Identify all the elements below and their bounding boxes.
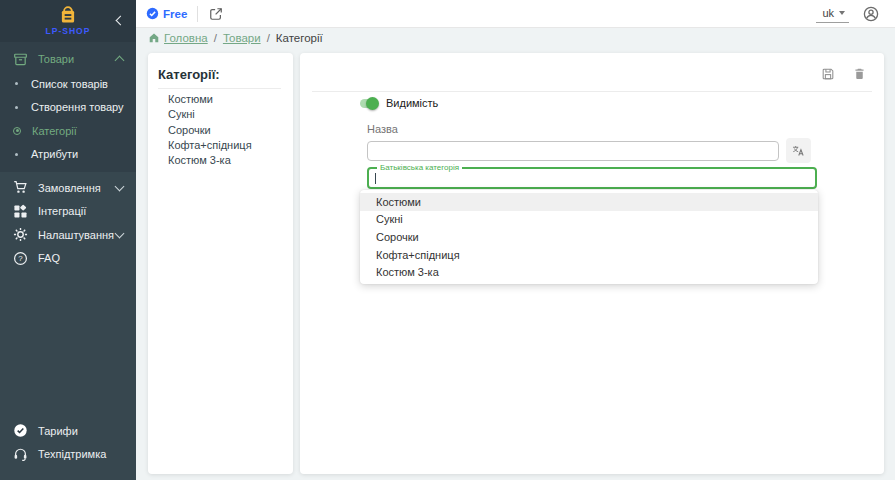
sidebar-subitem-label: Список товарів bbox=[31, 78, 108, 90]
open-in-new-icon[interactable] bbox=[207, 5, 225, 23]
breadcrumb-home-label: Головна bbox=[164, 32, 208, 44]
chevron-down-icon bbox=[115, 229, 125, 239]
parent-category-field: Батьківська категорія bbox=[367, 167, 817, 189]
chevron-up-icon bbox=[115, 56, 125, 66]
sidebar-item-label: Замовлення bbox=[38, 182, 116, 194]
category-list-item[interactable]: Сукні bbox=[148, 107, 293, 122]
save-icon[interactable] bbox=[819, 65, 837, 83]
sidebar-item-orders[interactable]: Замовлення bbox=[0, 176, 136, 200]
topbar-divider bbox=[197, 6, 198, 22]
dropdown-option[interactable]: Кофта+спідниця bbox=[360, 246, 818, 264]
dropdown-option[interactable]: Сукні bbox=[360, 211, 818, 229]
sidebar-subitem[interactable]: Список товарів bbox=[0, 72, 136, 96]
sidebar-subitem[interactable]: Категорії bbox=[0, 119, 136, 143]
sidebar-item-label: Тарифи bbox=[38, 425, 123, 437]
sidebar: LP-SHOP Товари Список товарів bbox=[0, 0, 136, 480]
categories-title: Категорії: bbox=[158, 67, 283, 82]
text-caret bbox=[375, 173, 376, 184]
dropdown-option[interactable]: Костюми bbox=[360, 193, 818, 211]
account-circle-icon bbox=[863, 6, 879, 22]
categories-list: КостюмиСукніСорочкиКофта+спідницяКостюм … bbox=[148, 91, 293, 168]
translate-icon[interactable] bbox=[786, 138, 811, 163]
sidebar-item-label: Товари bbox=[38, 53, 116, 65]
parent-category-input[interactable] bbox=[369, 169, 815, 187]
dropdown-option[interactable]: Костюм 3-ка bbox=[360, 263, 818, 281]
bullet-icon bbox=[13, 127, 21, 135]
sidebar-subitem-label: Створення товару bbox=[31, 101, 124, 113]
check-circle-icon bbox=[13, 423, 28, 438]
sidebar-collapse-button[interactable] bbox=[117, 10, 124, 28]
widgets-icon bbox=[13, 204, 28, 219]
inventory-icon bbox=[13, 52, 28, 67]
verified-check-icon bbox=[146, 7, 159, 20]
sidebar-item-integrations[interactable]: Інтеграції bbox=[0, 200, 136, 224]
editor-toolbar bbox=[300, 53, 884, 91]
name-input[interactable] bbox=[367, 141, 779, 161]
sidebar-subitem-label: Категорії bbox=[32, 125, 77, 137]
caret-down-icon bbox=[839, 11, 845, 15]
svg-text:?: ? bbox=[18, 254, 23, 263]
plan-badge[interactable]: Free bbox=[146, 7, 187, 20]
home-icon bbox=[148, 32, 160, 44]
breadcrumb-separator: / bbox=[267, 32, 270, 44]
help-icon: ? bbox=[13, 251, 28, 266]
plan-label: Free bbox=[163, 8, 187, 20]
category-list-item[interactable]: Костюм 3-ка bbox=[148, 153, 293, 168]
category-list-item[interactable]: Сорочки bbox=[148, 123, 293, 138]
categories-panel: Категорії: КостюмиСукніСорочкиКофта+спід… bbox=[148, 53, 293, 474]
sidebar-item-label: Техпідтримка bbox=[38, 448, 123, 460]
divider bbox=[312, 91, 872, 92]
breadcrumb-current: Категорії bbox=[276, 32, 323, 44]
breadcrumb-separator: / bbox=[214, 32, 217, 44]
visibility-label: Видимість bbox=[386, 97, 438, 109]
name-field-label: Назва bbox=[367, 123, 398, 135]
bullet-icon bbox=[15, 106, 18, 109]
sidebar-bottom: Тарифи Техпідтримка bbox=[0, 419, 136, 466]
bullet-icon bbox=[15, 82, 18, 85]
breadcrumb-products-link[interactable]: Товари bbox=[223, 32, 261, 44]
sidebar-products-group: Товари Список товарів Створення товару К… bbox=[0, 42, 136, 172]
breadcrumb-home-link[interactable]: Головна bbox=[148, 32, 208, 44]
category-editor-panel: Видимість Назва Батьківська категорія Ко… bbox=[300, 53, 884, 474]
visibility-toggle-row[interactable]: Видимість bbox=[360, 97, 438, 109]
dropdown-option[interactable]: Сорочки bbox=[360, 228, 818, 246]
main-content: Головна / Товари / Категорії Категорії: … bbox=[136, 28, 895, 480]
sidebar-subitem[interactable]: Створення товару bbox=[0, 96, 136, 120]
account-button[interactable] bbox=[863, 6, 879, 22]
logo[interactable]: LP-SHOP bbox=[0, 0, 136, 42]
topbar: Free uk bbox=[136, 0, 895, 28]
sidebar-item-support[interactable]: Техпідтримка bbox=[0, 443, 136, 467]
category-list-item[interactable]: Кофта+спідниця bbox=[148, 138, 293, 153]
category-list-item[interactable]: Костюми bbox=[148, 92, 293, 107]
sidebar-item-faq[interactable]: ? FAQ bbox=[0, 247, 136, 271]
bullet-icon bbox=[15, 153, 18, 156]
divider bbox=[158, 88, 281, 89]
sidebar-subitem-label: Атрибути bbox=[31, 148, 78, 160]
sidebar-item-label: Інтеграції bbox=[38, 205, 123, 217]
sidebar-item-products[interactable]: Товари bbox=[0, 46, 136, 72]
sidebar-item-settings[interactable]: Налаштування bbox=[0, 223, 136, 247]
chevron-down-icon bbox=[115, 182, 125, 192]
language-select[interactable]: uk bbox=[816, 5, 849, 23]
headset-icon bbox=[13, 447, 28, 462]
sidebar-item-label: FAQ bbox=[38, 252, 123, 264]
gear-icon bbox=[13, 227, 28, 242]
sidebar-subitem[interactable]: Атрибути bbox=[0, 143, 136, 167]
sidebar-item-tariffs[interactable]: Тарифи bbox=[0, 419, 136, 443]
products-submenu: Список товарів Створення товару Категорі… bbox=[0, 72, 136, 166]
logo-text: LP-SHOP bbox=[46, 26, 91, 36]
cart-icon bbox=[13, 180, 28, 195]
delete-icon[interactable] bbox=[850, 65, 868, 83]
language-value: uk bbox=[822, 7, 834, 19]
visibility-toggle[interactable] bbox=[360, 99, 377, 108]
shopping-bag-logo-icon bbox=[58, 6, 78, 24]
sidebar-item-label: Налаштування bbox=[38, 229, 116, 241]
breadcrumb: Головна / Товари / Категорії bbox=[148, 32, 323, 44]
parent-category-dropdown: КостюмиСукніСорочкиКофта+спідницяКостюм … bbox=[360, 190, 818, 284]
